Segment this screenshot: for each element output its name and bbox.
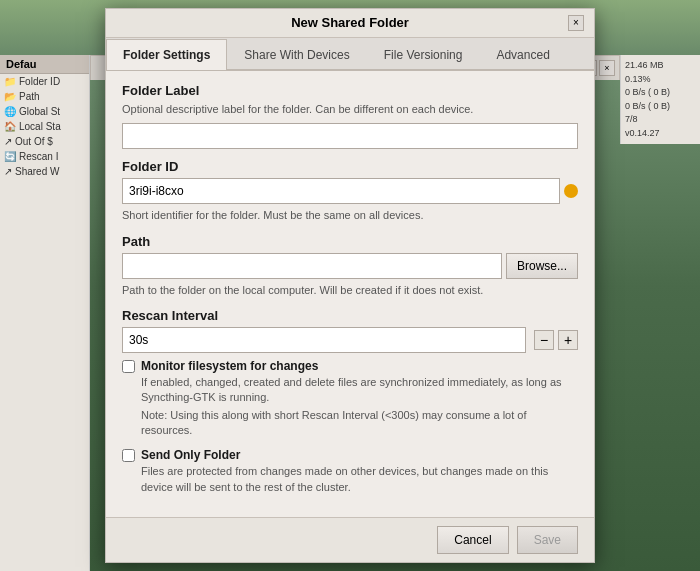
path-input[interactable] <box>122 253 502 279</box>
stat-version: v0.14.27 <box>625 127 696 141</box>
monitor-filesystem-hint2: Note: Using this along with short Rescan… <box>141 408 578 439</box>
sidebar-item-globalst[interactable]: 🌐 Global St <box>0 104 89 119</box>
save-button[interactable]: Save <box>517 526 578 554</box>
path-hint: Path to the folder on the local computer… <box>122 283 578 298</box>
sidebar-item-label: Out Of $ <box>15 136 53 147</box>
monitor-filesystem-label: Monitor filesystem for changes <box>141 359 578 373</box>
folder-label-heading: Folder Label <box>122 83 578 98</box>
folder-id-input[interactable] <box>122 178 560 204</box>
dialog-body: Folder Label Optional descriptive label … <box>106 71 594 518</box>
dialog-footer: Cancel Save <box>106 517 594 562</box>
outof-icon: ↗ <box>4 136 12 147</box>
globe-icon: 🌐 <box>4 106 16 117</box>
dialog-close-button[interactable]: × <box>568 15 584 31</box>
send-only-block: Send Only Folder Files are protected fro… <box>122 448 578 495</box>
folder-id-heading: Folder ID <box>122 159 578 174</box>
monitor-filesystem-checkbox[interactable] <box>122 360 135 373</box>
sidebar: Defau 📁 Folder ID 📂 Path 🌐 Global St 🏠 L… <box>0 55 90 571</box>
sidebar-item-label: Folder ID <box>19 76 60 87</box>
rescan-minus-button[interactable]: − <box>534 330 554 350</box>
send-only-row: Send Only Folder Files are protected fro… <box>122 448 578 495</box>
send-only-hint: Files are protected from changes made on… <box>141 464 578 495</box>
new-shared-folder-dialog: New Shared Folder × Folder Settings Shar… <box>105 8 595 564</box>
sidebar-item-path[interactable]: 📂 Path <box>0 89 89 104</box>
shared-icon: ↗ <box>4 166 12 177</box>
rescan-plus-button[interactable]: + <box>558 330 578 350</box>
folder-id-input-row <box>122 178 578 204</box>
dialog-tabs: Folder Settings Share With Devices File … <box>106 38 594 71</box>
tab-folder-settings[interactable]: Folder Settings <box>106 39 227 70</box>
rescan-interval-input[interactable] <box>122 327 526 353</box>
send-only-label: Send Only Folder <box>141 448 578 462</box>
folder-label-input[interactable] <box>122 123 578 149</box>
folder-id-hint: Short identifier for the folder. Must be… <box>122 208 578 223</box>
stat-count: 7/8 <box>625 113 696 127</box>
rescan-icon: 🔄 <box>4 151 16 162</box>
path-icon: 📂 <box>4 91 16 102</box>
sidebar-item-outof[interactable]: ↗ Out Of $ <box>0 134 89 149</box>
folder-label-hint: Optional descriptive label for the folde… <box>122 102 578 117</box>
path-heading: Path <box>122 234 578 249</box>
stat-rate1: 0 B/s ( 0 B) <box>625 86 696 100</box>
folder-id-status-dot <box>564 184 578 198</box>
rescan-interval-row: − + <box>122 327 578 353</box>
sidebar-item-label: Global St <box>19 106 60 117</box>
sidebar-item-label: Rescan I <box>19 151 58 162</box>
tab-advanced[interactable]: Advanced <box>479 39 566 70</box>
sidebar-item-rescan[interactable]: 🔄 Rescan I <box>0 149 89 164</box>
monitor-filesystem-row: Monitor filesystem for changes If enable… <box>122 359 578 439</box>
stat-size: 21.46 MB <box>625 59 696 73</box>
stats-panel: 21.46 MB 0.13% 0 B/s ( 0 B) 0 B/s ( 0 B)… <box>620 55 700 144</box>
tab-share-with-devices[interactable]: Share With Devices <box>227 39 366 70</box>
sidebar-item-label: Shared W <box>15 166 59 177</box>
home-icon: 🏠 <box>4 121 16 132</box>
path-input-row: Browse... <box>122 253 578 279</box>
folder-label-input-row <box>122 123 578 149</box>
send-only-checkbox[interactable] <box>122 449 135 462</box>
browse-button[interactable]: Browse... <box>506 253 578 279</box>
sidebar-item-shared[interactable]: ↗ Shared W <box>0 164 89 179</box>
monitor-filesystem-content: Monitor filesystem for changes If enable… <box>141 359 578 439</box>
rescan-interval-heading: Rescan Interval <box>122 308 578 323</box>
stat-rate2: 0 B/s ( 0 B) <box>625 100 696 114</box>
sidebar-title: Defau <box>0 55 89 74</box>
dialog-title: New Shared Folder <box>132 15 568 30</box>
window-close-button[interactable]: × <box>599 60 615 76</box>
cancel-button[interactable]: Cancel <box>437 526 508 554</box>
send-only-content: Send Only Folder Files are protected fro… <box>141 448 578 495</box>
sidebar-item-localsta[interactable]: 🏠 Local Sta <box>0 119 89 134</box>
stat-percent: 0.13% <box>625 73 696 87</box>
monitor-filesystem-block: Monitor filesystem for changes If enable… <box>122 359 578 439</box>
dialog-titlebar: New Shared Folder × <box>106 9 594 38</box>
sidebar-item-folderid[interactable]: 📁 Folder ID <box>0 74 89 89</box>
rescan-stepper: − + <box>534 330 578 350</box>
folder-icon: 📁 <box>4 76 16 87</box>
sidebar-item-label: Local Sta <box>19 121 61 132</box>
tab-file-versioning[interactable]: File Versioning <box>367 39 480 70</box>
sidebar-item-label: Path <box>19 91 40 102</box>
monitor-filesystem-hint1: If enabled, changed, created and delete … <box>141 375 578 406</box>
